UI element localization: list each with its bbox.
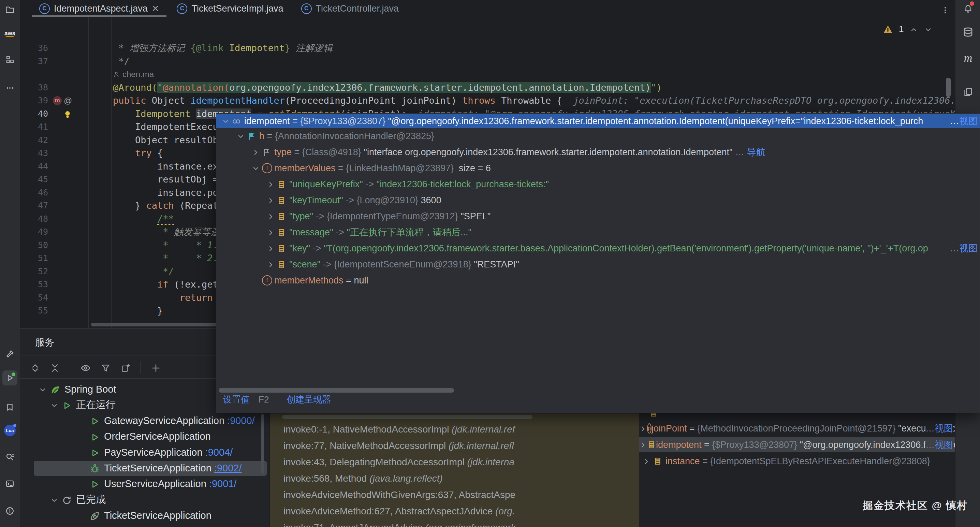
method-marker-icon[interactable]: m <box>53 96 62 105</box>
database-button[interactable] <box>961 25 975 40</box>
chevron-right-icon[interactable] <box>267 195 275 206</box>
chevron-down-icon[interactable] <box>38 384 47 395</box>
intention-bulb-icon[interactable] <box>63 107 72 120</box>
popup-row-memberMethods[interactable]: fmemberMethods = null <box>216 273 980 288</box>
project-folder-button[interactable] <box>2 2 18 17</box>
chevron-right-icon[interactable] <box>252 147 260 158</box>
editor-options-button[interactable] <box>938 3 953 18</box>
service-row-UserServiceApplication[interactable]: UserServiceApplication :9001/ <box>20 476 269 492</box>
popup-row-key[interactable]: "key" -> "T(org.opengoofy.index12306.fra… <box>216 241 980 255</box>
stack-frame-row[interactable]: invoke:71, AspectJAroundAdvice (org.spri… <box>283 520 515 527</box>
view-options-button[interactable] <box>81 361 91 373</box>
popup-hscrollbar[interactable] <box>219 388 454 393</box>
notifications-button[interactable] <box>961 1 975 16</box>
prev-problem-button[interactable] <box>910 24 918 35</box>
map-entry-icon <box>277 244 286 253</box>
frame-package: (java.lang.reflect) <box>369 473 443 484</box>
chevron-right-icon[interactable] <box>267 211 275 222</box>
view-link[interactable]: 视图 <box>959 243 978 253</box>
variable-row-instance[interactable]: instance = {IdempotentSpELByRestAPIExecu… <box>639 454 955 469</box>
chevron-right-icon[interactable] <box>639 423 647 434</box>
service-row-已完成[interactable]: 已完成 <box>20 492 269 507</box>
chevron-down-icon[interactable] <box>50 494 58 506</box>
service-port-link[interactable]: :9002/ <box>214 463 242 474</box>
find-button[interactable] <box>2 450 18 465</box>
editor-hscrollbar[interactable] <box>91 323 219 326</box>
service-port-link[interactable]: :9001/ <box>209 478 237 489</box>
create-renderer-link[interactable]: 创建呈现器 <box>286 393 331 406</box>
collapse-all-button[interactable] <box>50 362 60 373</box>
next-problem-button[interactable] <box>924 24 932 35</box>
expand-all-button[interactable] <box>30 362 40 373</box>
chevron-down-icon[interactable] <box>252 163 260 174</box>
structure-button[interactable] <box>2 52 18 67</box>
variable-row-joinPoint[interactable]: pjoinPoint = {MethodInvocationProceeding… <box>639 421 955 436</box>
chevron-right-icon[interactable] <box>267 259 275 270</box>
stack-frame-row[interactable]: invoke:43, DelegatingMethodAccessorImpl … <box>283 455 514 470</box>
tab-ticket-service-impl[interactable]: C TicketServiceImpl.java <box>168 0 292 17</box>
open-in-new-tab-button[interactable] <box>121 362 130 373</box>
view-link[interactable]: 视图 <box>959 116 978 126</box>
tab-idempotent-aspect[interactable]: C IdempotentAspect.java ✕ <box>30 0 168 17</box>
filter-button[interactable] <box>101 362 111 373</box>
editor-vscrollbar[interactable] <box>946 78 951 97</box>
chevron-right-icon[interactable] <box>267 179 275 189</box>
bookmarks-button[interactable] <box>2 400 18 415</box>
chevron-down-icon[interactable] <box>237 131 245 142</box>
code-token: {IdempotentSpELByRestAPIExecuteHandler@2… <box>710 456 930 466</box>
service-row-OrderServiceApplication[interactable]: OrderServiceApplication <box>20 429 269 444</box>
view-link[interactable]: 视图 <box>935 440 953 450</box>
popup-row-message[interactable]: "message" -> "正在执行下单流程，请稍后..." <box>216 225 980 239</box>
stack-frame-row[interactable]: invokeAdviceMethodWithGivenArgs:637, Abs… <box>283 487 515 502</box>
popup-row-memberValues[interactable]: fmemberValues = {LinkedHashMap@23897} si… <box>216 161 980 175</box>
maven-button[interactable]: m <box>961 51 975 65</box>
popup-row-type[interactable]: type = {Class@4918} "interface org.openg… <box>216 145 980 159</box>
variable-row-idempotent[interactable]: idempotent = {$Proxy133@23807} "@org.ope… <box>639 437 955 452</box>
more-tool-windows-button[interactable] <box>2 81 18 96</box>
line-number: 51 <box>20 252 48 265</box>
stack-frame-row[interactable]: invoke0:-1, NativeMethodAccessorImpl (jd… <box>283 422 515 437</box>
close-icon[interactable]: ✕ <box>152 4 159 13</box>
service-port-link[interactable]: :9004/ <box>205 447 233 458</box>
lua-plugin-button[interactable]: Lua <box>2 423 18 438</box>
add-service-button[interactable] <box>151 362 161 373</box>
stack-frame-row[interactable]: invoke:568, Method (java.lang.reflect) <box>283 471 443 486</box>
chevron-right-icon[interactable] <box>267 243 275 254</box>
set-value-link[interactable]: 设置值 <box>223 393 250 406</box>
services-vscrollbar[interactable] <box>261 414 264 474</box>
divider <box>4 22 16 22</box>
aws-toolkit-button[interactable]: aws <box>2 27 18 41</box>
chevron-down-icon[interactable] <box>222 116 230 127</box>
popup-row-scene[interactable]: "scene" -> {IdempotentSceneEnum@23918} "… <box>216 257 980 272</box>
terminal-button[interactable] <box>2 476 18 491</box>
stack-frame-row[interactable]: invokeAdviceMethod:627, AbstractAspectJA… <box>283 504 515 519</box>
service-row-PayServiceApplication[interactable]: PayServiceApplication :9004/ <box>20 445 269 460</box>
frames-hscrollbar[interactable] <box>282 415 533 419</box>
sticky-copy-button[interactable] <box>961 84 975 100</box>
view-link[interactable]: 视图 <box>935 423 953 433</box>
popup-row-h[interactable]: h = {AnnotationInvocationHandler@23825} <box>216 129 980 143</box>
stack-frame-row[interactable]: invoke:77, NativeMethodAccessorImpl (jdk… <box>283 438 514 453</box>
vcs-author-annotation[interactable]: chen.ma <box>20 67 955 81</box>
popup-row-keyTimeout[interactable]: "keyTimeout" -> {Long@23910} 3600 <box>216 193 980 207</box>
line-number: 54 <box>20 291 48 304</box>
popup-row-idempotent[interactable]: idempotent = {$Proxy133@23807} "@org.ope… <box>216 114 980 128</box>
service-port-link[interactable]: :9000/ <box>227 415 255 427</box>
popup-row-uniqueKeyPrefix[interactable]: "uniqueKeyPrefix" -> "index12306-ticket:… <box>216 177 980 191</box>
services-button[interactable] <box>2 371 18 385</box>
chevron-right-icon[interactable] <box>642 456 651 466</box>
service-row-GatewayServiceApplication[interactable]: GatewayServiceApplication :9000/ <box>20 413 269 428</box>
build-button[interactable] <box>2 347 18 361</box>
tab-ticket-controller[interactable]: C TicketController.java <box>292 0 408 17</box>
chevron-down-icon[interactable] <box>50 400 58 411</box>
tab-label: TicketController.java <box>316 3 399 14</box>
annotation-gutter-icon[interactable]: @ <box>64 94 72 107</box>
service-row-TicketServiceApplication[interactable]: TicketServiceApplication <box>20 508 269 523</box>
chevron-right-icon[interactable] <box>267 227 275 238</box>
inspection-widget[interactable]: 1 <box>883 24 932 35</box>
popup-row-type[interactable]: "type" -> {IdempotentTypeEnum@23912} "SP… <box>216 209 980 223</box>
problems-button[interactable] <box>2 503 18 519</box>
service-row-TicketServiceApplication[interactable]: TicketServiceApplication :9002/ <box>20 461 269 476</box>
frame-package: (org.springframework <box>425 522 516 527</box>
chevron-right-icon[interactable] <box>639 440 647 450</box>
